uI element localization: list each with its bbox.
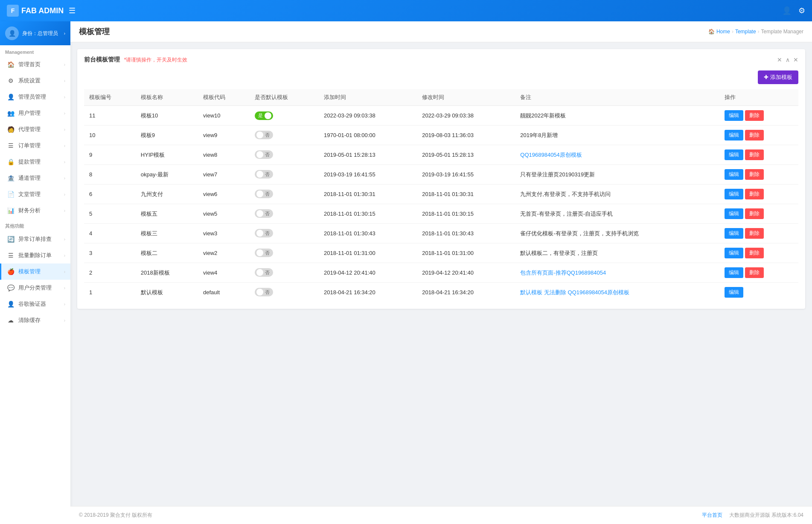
delete-button[interactable]: 删除 [745, 228, 764, 239]
user-arrow-icon: › [64, 31, 65, 36]
menu-icon[interactable]: ☰ [69, 6, 76, 15]
user-icon[interactable]: 👤 [782, 6, 792, 15]
cell-code: view3 [198, 224, 250, 243]
clearcache-icon: ☁ [6, 317, 15, 324]
sidebar-label-finance: 财务分析 [18, 207, 64, 214]
toggle-label: 否 [265, 211, 270, 217]
toggle-off[interactable]: 否 [255, 209, 273, 218]
cell-modtime: 2018-04-21 16:34:20 [417, 283, 515, 302]
delete-button[interactable]: 删除 [745, 208, 764, 219]
arrow-icon: › [64, 237, 65, 242]
edit-button[interactable]: 编辑 [725, 169, 743, 180]
sidebar-item-orders[interactable]: ☰ 订单管理 › [0, 138, 70, 154]
delete-button[interactable]: 删除 [745, 149, 764, 160]
cell-code: view2 [198, 243, 250, 263]
toggle-off[interactable]: 否 [255, 170, 273, 179]
arrow-icon: › [64, 318, 65, 323]
card-close-btn[interactable]: ✕ [793, 56, 798, 63]
sidebar-item-users[interactable]: 👥 用户管理 › [0, 105, 70, 121]
cell-note: 九州支付,有登录页，不支持手机访问 [515, 184, 719, 204]
toggle-off[interactable]: 否 [255, 268, 273, 277]
cell-modtime: 2019-05-01 15:28:13 [417, 145, 515, 165]
edit-button[interactable]: 编辑 [725, 248, 743, 258]
sidebar-item-batch[interactable]: ☰ 批量删除订单 › [0, 247, 70, 263]
sidebar-item-template[interactable]: 🍎 模板管理 › [0, 263, 70, 280]
abnormal-icon: 🔄 [6, 236, 15, 243]
sidebar-item-agents[interactable]: 🧑 代理管理 › [0, 121, 70, 138]
sidebar-item-clearcache[interactable]: ☁ 清除缓存 › [0, 312, 70, 328]
cell-id: 10 [84, 126, 136, 145]
card-minimize-btn[interactable]: ✕ [777, 56, 782, 63]
toggle-on[interactable]: 是 [255, 111, 273, 120]
layout: 👤 身份：总管理员 › Management 🏠 管理首页 › ⚙ 系统设置 ›… [0, 21, 812, 524]
channels-icon: 🏦 [6, 175, 15, 181]
edit-button[interactable]: 编辑 [725, 287, 743, 298]
card-expand-btn[interactable]: ∧ [786, 56, 790, 63]
cell-modtime: 2018-11-01 01:30:31 [417, 184, 515, 204]
sidebar-label-googleauth: 谷歌验证器 [18, 300, 64, 308]
edit-button[interactable]: 编辑 [725, 110, 743, 121]
arrow-icon: › [64, 111, 65, 116]
delete-button[interactable]: 删除 [745, 110, 764, 121]
delete-button[interactable]: 删除 [745, 189, 764, 199]
googleauth-icon: 👤 [6, 301, 15, 307]
sidebar-item-system[interactable]: ⚙ 系统设置 › [0, 73, 70, 89]
breadcrumb-home-icon: 🏠 [708, 29, 715, 35]
users-icon: 👥 [6, 110, 15, 117]
table-row: 22018新模板view4否2019-04-12 20:41:402019-04… [84, 263, 798, 283]
toggle-off[interactable]: 否 [255, 150, 273, 159]
toggle-label: 否 [265, 250, 270, 256]
cell-name: 2018新模板 [136, 263, 198, 283]
cell-addtime: 2018-11-01 01:30:15 [319, 204, 417, 224]
cell-code: default [198, 283, 250, 302]
edit-button[interactable]: 编辑 [725, 267, 743, 278]
toggle-off[interactable]: 否 [255, 190, 273, 198]
sidebar-item-abnormal[interactable]: 🔄 异常订单排查 › [0, 231, 70, 247]
sidebar-label-usercategory: 用户分类管理 [18, 284, 64, 292]
edit-button[interactable]: 编辑 [725, 149, 743, 160]
toggle-off[interactable]: 否 [255, 131, 273, 139]
delete-button[interactable]: 删除 [745, 267, 764, 278]
sidebar-item-withdraw[interactable]: 🔒 提款管理 › [0, 154, 70, 170]
arrow-icon: › [64, 302, 65, 307]
toggle-off[interactable]: 否 [255, 229, 273, 237]
cell-note: 默认模板二，有登录页，注册页 [515, 243, 719, 263]
sidebar-item-usercategory[interactable]: 💬 用户分类管理 › [0, 280, 70, 296]
footer-version: 大数据商业开源版 系统版本:6.04 [729, 512, 803, 519]
cell-id: 8 [84, 165, 136, 184]
sidebar-item-finance[interactable]: 📊 财务分析 › [0, 202, 70, 219]
sidebar-item-home[interactable]: 🏠 管理首页 › [0, 56, 70, 73]
sidebar-item-admin[interactable]: 👤 管理员管理 › [0, 89, 70, 105]
toggle-knob [256, 289, 263, 296]
toggle-off[interactable]: 否 [255, 288, 273, 296]
settings-icon[interactable]: ⚙ [798, 6, 805, 15]
delete-button[interactable]: 删除 [745, 130, 764, 141]
edit-button[interactable]: 编辑 [725, 228, 743, 239]
delete-button[interactable]: 删除 [745, 169, 764, 180]
user-info: 👤 身份：总管理员 › [0, 21, 70, 45]
cell-note: 无首页-有登录页，注册页-自适应手机 [515, 204, 719, 224]
sidebar-label-template: 模板管理 [18, 268, 64, 275]
add-template-button[interactable]: ✚ 添加模板 [758, 70, 798, 84]
edit-button[interactable]: 编辑 [725, 189, 743, 199]
footer-home-link[interactable]: 平台首页 [702, 512, 722, 519]
sidebar-item-articles[interactable]: 📄 文堂管理 › [0, 186, 70, 202]
edit-button[interactable]: 编辑 [725, 130, 743, 141]
breadcrumb: 🏠 Home › Template › Template Manager [708, 29, 803, 35]
breadcrumb-template[interactable]: Template [735, 29, 756, 35]
usercategory-icon: 💬 [6, 284, 15, 291]
sidebar-label-system: 系统设置 [18, 77, 64, 85]
sidebar-item-googleauth[interactable]: 👤 谷歌验证器 › [0, 296, 70, 312]
cell-name: 九州支付 [136, 184, 198, 204]
delete-button[interactable]: 删除 [745, 248, 764, 258]
sidebar-item-channels[interactable]: 🏦 通道管理 › [0, 170, 70, 186]
table-row: 4模板三view3否2018-11-01 01:30:432018-11-01 … [84, 224, 798, 243]
col-code: 模板代码 [198, 89, 250, 106]
sidebar-label-users: 用户管理 [18, 109, 64, 117]
toggle-off[interactable]: 否 [255, 249, 273, 257]
edit-button[interactable]: 编辑 [725, 208, 743, 219]
breadcrumb-home[interactable]: Home [716, 29, 730, 35]
main: 模板管理 🏠 Home › Template › Template Manage… [70, 21, 812, 524]
page-title: 模板管理 [79, 26, 110, 37]
cell-default: 否 [250, 283, 319, 302]
